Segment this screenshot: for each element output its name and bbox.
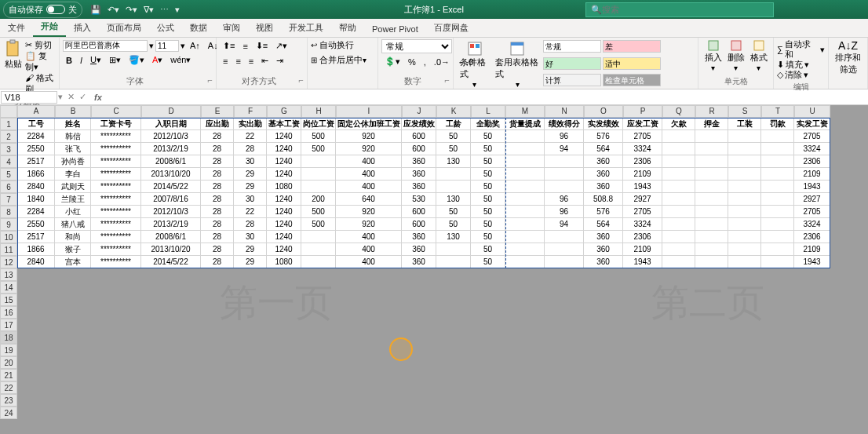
cell[interactable]: 96 — [545, 193, 584, 206]
cell[interactable]: 2927 — [623, 193, 662, 206]
cell[interactable]: 94 — [545, 218, 584, 231]
cell[interactable]: 张飞 — [55, 143, 91, 155]
cell[interactable]: 1240 — [267, 193, 301, 206]
cell[interactable]: 2306 — [794, 155, 830, 168]
increase-decimal-icon[interactable]: .0→ — [431, 56, 453, 68]
cell[interactable] — [505, 206, 545, 218]
cell[interactable]: 50 — [471, 218, 505, 231]
cell[interactable]: 岗位工资 — [301, 118, 336, 130]
cell[interactable]: ********** — [91, 243, 141, 256]
cell[interactable] — [728, 218, 761, 231]
cell[interactable]: 孙尚香 — [55, 155, 91, 168]
cell[interactable] — [728, 193, 761, 206]
cell[interactable] — [545, 168, 584, 181]
cell[interactable]: 28 — [201, 231, 234, 243]
cell[interactable] — [436, 256, 471, 268]
tab-文件[interactable]: 文件 — [0, 19, 33, 37]
cell[interactable]: 28 — [201, 155, 234, 168]
cell[interactable]: 22 — [234, 206, 267, 218]
cell[interactable]: 应出勤 — [201, 118, 234, 130]
cell[interactable]: 和尚 — [55, 231, 91, 243]
tab-页面布局[interactable]: 页面布局 — [99, 19, 149, 37]
cell[interactable]: 508.8 — [584, 193, 623, 206]
cell[interactable] — [761, 193, 794, 206]
column-header[interactable]: U — [794, 105, 830, 118]
cell[interactable]: 50 — [436, 130, 471, 143]
cell[interactable]: 360 — [584, 256, 623, 268]
cell[interactable]: 2012/10/3 — [141, 206, 201, 218]
tab-Power Pivot[interactable]: Power Pivot — [364, 21, 426, 37]
cell[interactable]: 360 — [402, 256, 436, 268]
row-header[interactable]: 4 — [0, 155, 17, 168]
cell[interactable] — [728, 256, 761, 268]
number-format-select[interactable]: 常规 — [381, 39, 452, 53]
cell[interactable]: 欠款 — [662, 118, 695, 130]
cell[interactable]: 2007/8/16 — [141, 193, 201, 206]
undo-icon[interactable]: ↶▾ — [108, 5, 119, 15]
cut-button[interactable]: ✂ 剪切 — [25, 39, 56, 50]
indent-increase-icon[interactable]: ⇥ — [273, 54, 286, 67]
cell[interactable] — [695, 243, 728, 256]
redo-icon[interactable]: ↷▾ — [126, 5, 137, 15]
copy-button[interactable]: 📋 复制▾ — [25, 50, 56, 72]
cell[interactable]: 50 — [471, 243, 505, 256]
cell[interactable]: 2550 — [17, 218, 55, 231]
cell[interactable] — [761, 231, 794, 243]
cell[interactable]: 500 — [301, 130, 336, 143]
cell[interactable]: 1240 — [267, 206, 301, 218]
tab-审阅[interactable]: 审阅 — [215, 19, 248, 37]
cell[interactable] — [761, 243, 794, 256]
cell[interactable]: 2705 — [794, 130, 830, 143]
percent-icon[interactable]: % — [405, 56, 419, 68]
cell[interactable] — [695, 193, 728, 206]
cell[interactable]: 564 — [584, 218, 623, 231]
cell[interactable] — [505, 155, 545, 168]
cell[interactable]: 400 — [336, 243, 402, 256]
cell[interactable] — [728, 206, 761, 218]
cell[interactable]: ********** — [91, 193, 141, 206]
cell[interactable]: 2013/2/19 — [141, 218, 201, 231]
cell[interactable] — [662, 243, 695, 256]
autosum-button[interactable]: ∑ 自动求和▾ — [777, 39, 825, 60]
cell[interactable] — [662, 206, 695, 218]
autosave-toggle[interactable]: 自动保存 关 — [3, 2, 82, 18]
italic-button[interactable]: I — [77, 54, 86, 67]
column-header[interactable]: G — [267, 105, 301, 118]
cell[interactable] — [436, 243, 471, 256]
cell[interactable]: 1866 — [17, 243, 55, 256]
cell[interactable]: 小红 — [55, 206, 91, 218]
cell[interactable] — [301, 155, 336, 168]
column-header[interactable]: R — [695, 105, 728, 118]
worksheet-grid[interactable]: 第一页 第二页 ABCDEFGHIJKLMNOPQRSTU12345678910… — [0, 105, 868, 434]
fill-color-button[interactable]: 🪣▾ — [126, 53, 148, 67]
cell[interactable]: 全勤奖 — [471, 118, 505, 130]
align-middle-icon[interactable]: ≡ — [239, 40, 250, 53]
cell[interactable]: 360 — [402, 155, 436, 168]
tab-数据[interactable]: 数据 — [182, 19, 215, 37]
cell[interactable]: 猴子 — [55, 243, 91, 256]
cell[interactable]: 1866 — [17, 168, 55, 181]
cell[interactable]: 2517 — [17, 231, 55, 243]
tab-插入[interactable]: 插入 — [66, 19, 99, 37]
cell[interactable]: 韩信 — [55, 130, 91, 143]
cell[interactable]: 30 — [234, 193, 267, 206]
cell[interactable]: 工装 — [728, 118, 761, 130]
cell[interactable]: 360 — [584, 181, 623, 193]
cell[interactable]: 360 — [402, 243, 436, 256]
cell[interactable]: 28 — [201, 218, 234, 231]
cell[interactable]: 武则天 — [55, 181, 91, 193]
cell[interactable] — [728, 181, 761, 193]
style-item[interactable]: 适中 — [603, 57, 661, 70]
cell[interactable]: ********** — [91, 155, 141, 168]
font-color-button[interactable]: A▾ — [149, 53, 166, 67]
cell[interactable]: 96 — [545, 130, 584, 143]
row-header[interactable]: 23 — [0, 394, 17, 407]
formula-bar[interactable] — [105, 91, 868, 104]
row-header[interactable]: 16 — [0, 306, 17, 319]
cell[interactable]: 2306 — [623, 231, 662, 243]
cell[interactable]: 应发工资 — [623, 118, 662, 130]
cell[interactable] — [505, 181, 545, 193]
cell[interactable] — [505, 243, 545, 256]
column-header[interactable]: N — [545, 105, 584, 118]
cell[interactable] — [545, 243, 584, 256]
